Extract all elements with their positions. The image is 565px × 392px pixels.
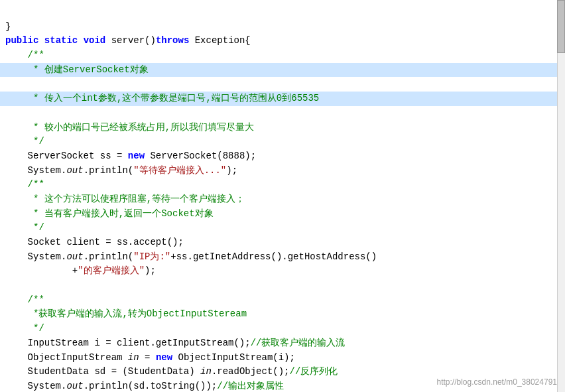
line-22: ObjectInputStream in = new ObjectInputSt… (5, 352, 295, 363)
line-2: public static void server()throws Except… (5, 35, 251, 46)
line-3: /** (5, 50, 44, 60)
line-6: * 较小的端口号已经被系统占用,所以我们填写尽量大 (5, 122, 254, 133)
scrollbar-thumb[interactable] (557, 0, 565, 53)
line-5: * 传入一个int参数,这个带参数是端口号,端口号的范围从0到65535 (0, 92, 565, 106)
line-18: /** (5, 294, 44, 305)
line-21: InputStream i = client.getInputStream();… (5, 338, 345, 348)
line-23: StudentData sd = (StudentData) in.readOb… (5, 366, 338, 377)
line-24: System.out.println(sd.toString());//输出对象… (5, 381, 284, 391)
line-7: */ (5, 136, 44, 147)
line-16: +"的客户端接入"); (5, 265, 156, 276)
line-20: */ (5, 323, 44, 334)
line-19: *获取客户端的输入流,转为ObjectInputSteream (5, 308, 247, 319)
line-8: ServerSocket ss = new ServerSocket(8888)… (5, 151, 256, 161)
scrollbar-right[interactable] (557, 0, 565, 392)
line-15: System.out.println("IP为:"+ss.getInetAddr… (5, 251, 377, 262)
line-14: Socket client = ss.accept(); (5, 237, 184, 247)
line-12: * 当有客户端接入时,返回一个Socket对象 (5, 208, 214, 219)
watermark: http://blog.csdn.net/m0_38024791 (437, 377, 557, 387)
line-10: /** (5, 179, 44, 190)
line-9: System.out.println("等待客户端接入..."); (5, 165, 237, 176)
line-13: */ (5, 222, 44, 233)
code-area: } public static void server()throws Exce… (0, 3, 565, 392)
code-container: } public static void server()throws Exce… (0, 0, 565, 392)
line-4: * 创建ServerSocket对象 (0, 63, 565, 78)
line-1: } (5, 21, 11, 32)
line-11: * 这个方法可以使程序阻塞,等待一个客户端接入； (5, 194, 245, 204)
